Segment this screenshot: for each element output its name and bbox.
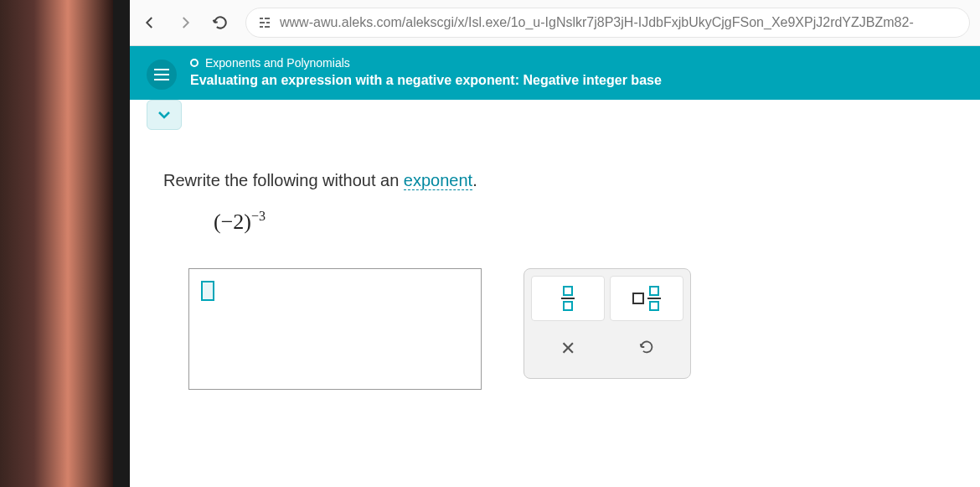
math-expression: (−2)−3 [214,209,946,235]
browser-window: www-awu.aleks.com/alekscgi/x/Isl.exe/1o_… [130,0,980,487]
address-bar[interactable]: www-awu.aleks.com/alekscgi/x/Isl.exe/1o_… [245,8,970,38]
question-area: Rewrite the following without an exponen… [130,100,980,407]
topic-header: Exponents and Polynomials Evaluating an … [130,46,980,100]
clear-button[interactable]: ✕ [531,326,605,371]
prompt-prefix: Rewrite the following without an [163,171,404,189]
expression-exponent: −3 [251,209,266,223]
expression-base: (−2) [214,210,251,234]
forward-button[interactable] [175,13,195,33]
svg-rect-2 [260,22,265,23]
topic-text: Exponents and Polynomials Evaluating an … [190,56,963,88]
mixed-number-icon [632,286,661,311]
svg-rect-4 [260,26,263,28]
page-content: Exponents and Polynomials Evaluating an … [130,46,980,487]
progress-dot-icon [190,59,199,67]
svg-rect-3 [266,22,270,23]
answer-input[interactable] [188,268,482,390]
math-tool-panel: ✕ [524,268,691,379]
undo-button[interactable] [610,326,683,371]
svg-rect-1 [265,18,270,19]
exponent-link[interactable]: exponent [404,171,472,190]
prompt-suffix: . [472,171,477,189]
fraction-tool-button[interactable] [531,276,605,321]
expand-panel-button[interactable] [147,100,182,130]
site-settings-icon[interactable] [258,16,271,29]
input-cursor [201,281,214,301]
monitor-bezel [0,0,113,487]
browser-toolbar: www-awu.aleks.com/alekscgi/x/Isl.exe/1o_… [130,0,980,46]
fraction-icon [561,286,575,311]
screen-edge [113,0,130,487]
question-prompt: Rewrite the following without an exponen… [163,171,946,190]
undo-icon [637,338,656,360]
menu-button[interactable] [147,60,177,90]
category-line: Exponents and Polynomials [190,56,963,70]
back-button[interactable] [140,13,160,33]
category-label: Exponents and Polynomials [205,56,350,70]
mixed-number-tool-button[interactable] [610,276,683,321]
clear-icon: ✕ [560,338,575,360]
reload-button[interactable] [210,13,230,33]
workspace: ✕ [188,268,946,390]
svg-rect-0 [260,18,263,19]
svg-rect-5 [265,26,270,28]
lesson-title: Evaluating an expression with a negative… [190,73,963,88]
url-text: www-awu.aleks.com/alekscgi/x/Isl.exe/1o_… [280,15,957,30]
